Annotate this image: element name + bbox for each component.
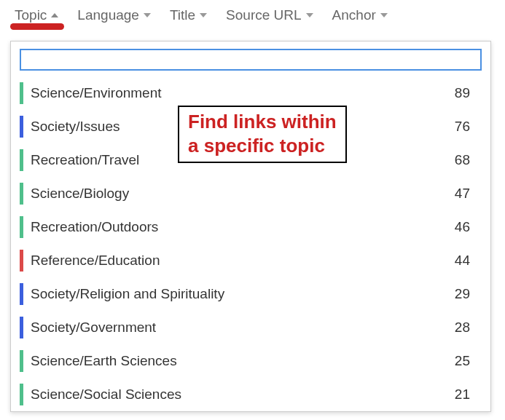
column-header-title[interactable]: Title [167, 6, 210, 25]
topic-color-indicator [20, 317, 23, 338]
topic-option[interactable]: Society/Religion and Spirituality29 [11, 277, 490, 311]
topic-color-indicator [20, 250, 23, 272]
column-header-label: Title [170, 7, 195, 23]
topic-count: 25 [455, 353, 470, 369]
column-header-label: Anchor [332, 7, 376, 23]
topic-option[interactable]: Science/Earth Sciences25 [11, 344, 490, 378]
topic-dropdown-panel: Science/Environment89Society/Issues76Rec… [10, 41, 491, 412]
topic-label: Science/Earth Sciences [31, 353, 455, 369]
topic-count: 46 [455, 219, 470, 235]
column-header-topic[interactable]: Topic [12, 6, 61, 25]
column-header-label: Topic [15, 7, 47, 23]
topic-label: Science/Biology [31, 186, 455, 202]
annotation-underline [10, 23, 64, 30]
column-header-anchor[interactable]: Anchor [329, 6, 391, 25]
topic-option[interactable]: Society/Government28 [11, 311, 490, 344]
column-header-source-url[interactable]: Source URL [223, 6, 316, 25]
topic-option[interactable]: Science/Biology47 [11, 177, 490, 210]
topic-option[interactable]: Reference/Education44 [11, 244, 490, 277]
caret-down-icon [380, 13, 388, 17]
annotation-text-line1: Find links within [188, 110, 337, 134]
topic-count: 44 [455, 253, 470, 269]
annotation-callout: Find links within a specific topic [178, 106, 347, 163]
search-wrap [11, 41, 490, 76]
topic-count: 76 [455, 119, 470, 135]
caret-up-icon [51, 13, 58, 17]
topic-count: 28 [455, 320, 470, 336]
annotation-text-line2: a specific topic [188, 134, 337, 158]
topic-count: 47 [455, 186, 470, 202]
topic-color-indicator [20, 183, 23, 205]
topic-label: Science/Environment [31, 85, 455, 101]
topic-color-indicator [20, 116, 23, 138]
topic-label: Recreation/Outdoors [31, 219, 455, 235]
topic-option[interactable]: Science/Social Sciences21 [11, 378, 490, 411]
column-header-row: TopicLanguageTitleSource URLAnchor [0, 0, 505, 29]
topic-count: 89 [455, 85, 470, 101]
column-header-label: Language [77, 7, 139, 23]
column-header-language[interactable]: Language [74, 6, 154, 25]
topic-label: Society/Government [31, 320, 455, 336]
topic-label: Society/Religion and Spirituality [31, 286, 455, 302]
topic-color-indicator [20, 283, 23, 305]
topic-option[interactable]: Recreation/Outdoors46 [11, 210, 490, 244]
topic-count: 21 [455, 387, 470, 403]
topic-count: 29 [455, 286, 470, 302]
caret-down-icon [144, 13, 151, 17]
topic-label: Reference/Education [31, 253, 455, 269]
topic-search-input[interactable] [20, 49, 482, 71]
caret-down-icon [306, 13, 313, 17]
topic-color-indicator [20, 384, 23, 405]
topic-color-indicator [20, 350, 23, 372]
topic-label: Science/Social Sciences [31, 387, 455, 403]
column-header-label: Source URL [226, 7, 302, 23]
topic-count: 68 [455, 152, 470, 168]
topic-color-indicator [20, 216, 23, 238]
topic-color-indicator [20, 82, 23, 104]
caret-down-icon [200, 13, 207, 17]
topic-color-indicator [20, 149, 23, 171]
